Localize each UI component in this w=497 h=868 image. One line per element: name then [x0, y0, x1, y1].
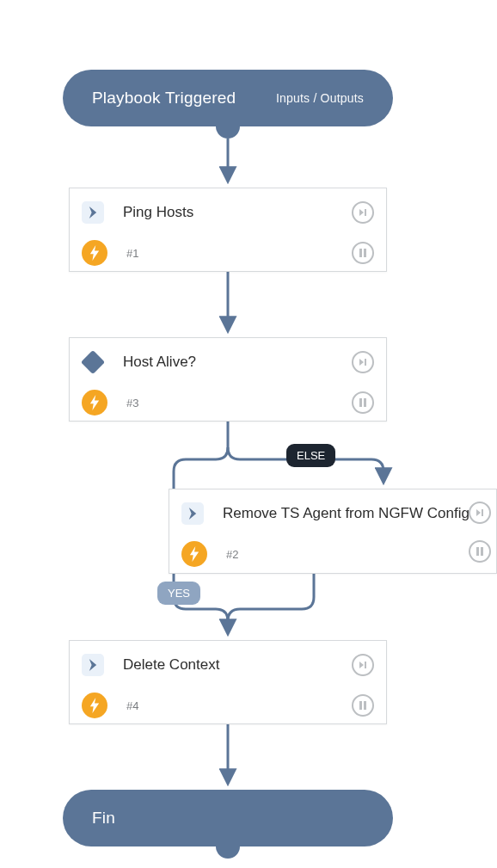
node-number: #4 [126, 699, 138, 712]
chevron-right-icon [181, 502, 204, 525]
svg-rect-4 [359, 249, 362, 257]
start-title: Playbook Triggered [92, 89, 236, 108]
svg-rect-5 [364, 249, 366, 257]
svg-rect-3 [365, 209, 366, 216]
bolt-icon [82, 240, 107, 266]
svg-rect-8 [364, 398, 366, 407]
skip-icon[interactable] [469, 502, 491, 524]
svg-rect-6 [365, 359, 366, 366]
svg-rect-11 [481, 547, 483, 556]
skip-icon[interactable] [352, 201, 374, 224]
svg-rect-9 [482, 509, 483, 516]
pause-icon[interactable] [352, 694, 374, 717]
chevron-right-icon [82, 201, 104, 224]
skip-icon[interactable] [352, 654, 374, 676]
node-title: Remove TS Agent from NGFW Config [223, 505, 469, 522]
chevron-right-icon [82, 654, 104, 676]
end-node[interactable]: Fin [63, 790, 393, 846]
node-title: Ping Hosts [123, 204, 193, 221]
svg-rect-10 [476, 547, 479, 556]
flow-connectors [0, 0, 497, 868]
pause-icon[interactable] [352, 391, 374, 414]
skip-icon[interactable] [352, 351, 374, 373]
node-delete[interactable]: Delete Context #4 [69, 640, 387, 724]
svg-rect-13 [359, 701, 362, 710]
svg-rect-14 [364, 701, 366, 710]
svg-rect-12 [365, 662, 366, 668]
node-number: #3 [126, 397, 138, 409]
node-ping[interactable]: Ping Hosts #1 [69, 188, 387, 272]
pause-icon[interactable] [352, 242, 374, 264]
diamond-icon [81, 350, 105, 374]
branch-else-label: ELSE [286, 444, 335, 467]
io-label[interactable]: Inputs / Outputs [276, 91, 364, 105]
bolt-icon [181, 541, 207, 567]
node-title: Delete Context [123, 656, 219, 674]
node-number: #1 [126, 247, 138, 260]
branch-yes-label: YES [157, 582, 200, 605]
bolt-icon [82, 693, 107, 718]
svg-rect-7 [359, 398, 362, 407]
pause-icon[interactable] [469, 540, 491, 563]
start-node[interactable]: Playbook Triggered Inputs / Outputs [63, 70, 393, 126]
node-remove[interactable]: Remove TS Agent from NGFW Config #2 [169, 489, 497, 574]
bolt-icon [82, 390, 107, 416]
node-title: Host Alive? [123, 354, 196, 371]
end-title: Fin [92, 809, 115, 828]
node-alive[interactable]: Host Alive? #3 [69, 337, 387, 422]
node-number: #2 [226, 548, 238, 561]
